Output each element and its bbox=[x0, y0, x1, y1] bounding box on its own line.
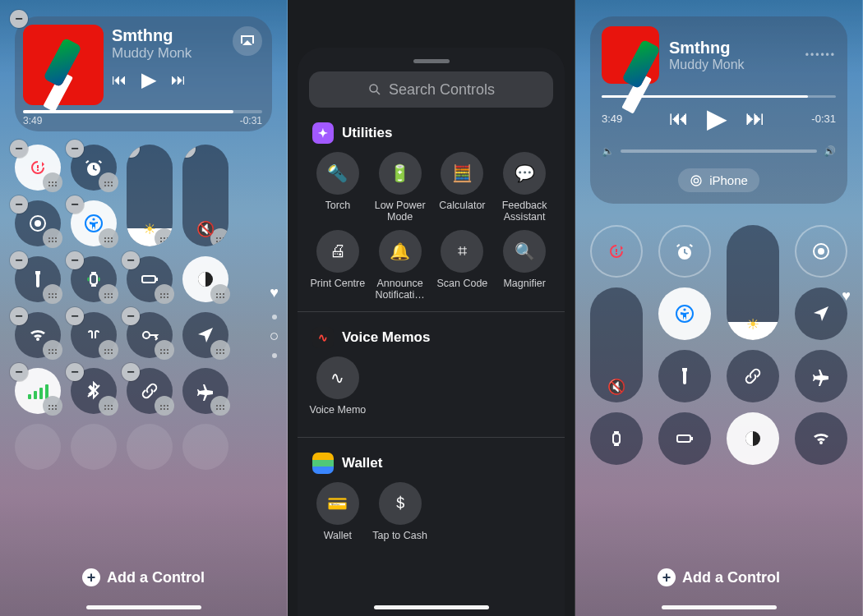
resize-handle-icon[interactable] bbox=[43, 340, 62, 360]
airplane-tile[interactable] bbox=[182, 368, 228, 414]
empty-slot[interactable] bbox=[15, 424, 61, 470]
remove-badge-icon[interactable]: − bbox=[122, 307, 140, 325]
now-playing-card[interactable]: − Smthng Muddy Monk ⏮ ▶ ⏭ bbox=[15, 16, 272, 131]
watch-tile[interactable]: − bbox=[71, 256, 117, 302]
remove-badge-icon[interactable]: − bbox=[10, 363, 28, 381]
resize-handle-icon[interactable] bbox=[155, 228, 173, 246]
dark-mode-tile[interactable] bbox=[182, 256, 228, 302]
volume-slider[interactable]: 🔇 bbox=[590, 287, 643, 402]
resize-handle-icon[interactable] bbox=[210, 396, 230, 416]
brightness-slider[interactable]: ☀ bbox=[727, 225, 779, 340]
resize-handle-icon[interactable] bbox=[99, 396, 118, 416]
gallery-item[interactable]: 🧮Calculator bbox=[434, 152, 491, 223]
accessibility-tile[interactable]: − bbox=[71, 200, 117, 246]
brightness-slider[interactable]: − ☀ bbox=[127, 145, 173, 246]
link-tile[interactable]: − bbox=[127, 368, 173, 414]
scrubber[interactable] bbox=[23, 110, 262, 113]
empty-slot[interactable] bbox=[182, 424, 228, 470]
resize-handle-icon[interactable] bbox=[99, 340, 118, 360]
flashlight-tile[interactable] bbox=[658, 350, 711, 402]
page-indicators[interactable]: ♥ bbox=[270, 284, 279, 358]
remove-badge-icon[interactable]: − bbox=[122, 363, 140, 381]
resize-handle-icon[interactable] bbox=[210, 340, 230, 360]
add-control-button[interactable]: + Add a Control bbox=[575, 568, 862, 586]
remove-badge-icon[interactable]: − bbox=[10, 10, 28, 28]
remove-badge-icon[interactable]: − bbox=[66, 140, 84, 158]
screen-record-tile[interactable]: − bbox=[15, 200, 61, 246]
alarm-tile[interactable]: − bbox=[71, 145, 117, 191]
wifi-tile[interactable] bbox=[795, 412, 847, 465]
resize-handle-icon[interactable] bbox=[99, 228, 118, 248]
volume-bar[interactable]: 🔈 🔊 bbox=[602, 145, 836, 157]
home-indicator[interactable] bbox=[86, 605, 201, 609]
resize-handle-icon[interactable] bbox=[210, 284, 230, 304]
remove-badge-icon[interactable]: − bbox=[10, 195, 28, 214]
resize-handle-icon[interactable] bbox=[155, 284, 174, 304]
location-tile[interactable] bbox=[182, 312, 228, 358]
watch-tile[interactable] bbox=[590, 412, 643, 465]
scrubber[interactable] bbox=[602, 95, 836, 98]
now-playing-expanded[interactable]: Smthng Muddy Monk •••••• 3:49 ⏮ ▶ ⏭ -0:3… bbox=[590, 16, 847, 204]
rotation-lock-tile[interactable]: − bbox=[15, 145, 61, 191]
gallery-item[interactable]: ⌗Scan Code bbox=[434, 230, 491, 301]
remove-badge-icon[interactable]: − bbox=[127, 145, 140, 158]
resize-handle-icon[interactable] bbox=[43, 172, 62, 192]
resize-handle-icon[interactable] bbox=[43, 284, 62, 304]
resize-handle-icon[interactable] bbox=[155, 396, 174, 416]
remove-badge-icon[interactable]: − bbox=[66, 307, 84, 325]
passwords-tile[interactable]: − bbox=[127, 312, 173, 358]
search-input[interactable]: Search Controls bbox=[309, 71, 553, 108]
airpods-tile[interactable]: − bbox=[71, 312, 117, 358]
gallery-item[interactable]: 🔍Magnifier bbox=[496, 230, 553, 301]
accessibility-tile[interactable] bbox=[658, 287, 711, 340]
remove-badge-icon[interactable]: − bbox=[10, 307, 28, 325]
rotation-lock-tile[interactable] bbox=[590, 225, 643, 278]
home-indicator[interactable] bbox=[662, 605, 777, 609]
remove-badge-icon[interactable]: − bbox=[66, 251, 84, 269]
gallery-item[interactable]: 🔔Announce Notificati… bbox=[372, 230, 429, 301]
gallery-item[interactable]: 🔋Low Power Mode bbox=[372, 152, 429, 223]
play-icon[interactable]: ▶ bbox=[141, 68, 156, 91]
airplay-button[interactable] bbox=[233, 26, 262, 56]
gallery-item[interactable]: 🔦Torch bbox=[309, 152, 367, 223]
next-icon[interactable]: ⏭ bbox=[171, 71, 186, 89]
add-control-button[interactable]: + Add a Control bbox=[0, 568, 287, 586]
resize-handle-icon[interactable] bbox=[43, 396, 62, 416]
resize-handle-icon[interactable] bbox=[99, 172, 118, 192]
prev-icon[interactable]: ⏮ bbox=[112, 71, 127, 89]
resize-handle-icon[interactable] bbox=[99, 284, 118, 304]
airplane-tile[interactable] bbox=[795, 350, 847, 402]
bluetooth-tile[interactable]: − bbox=[71, 368, 117, 414]
empty-slot[interactable] bbox=[71, 424, 117, 470]
remove-badge-icon[interactable]: − bbox=[182, 145, 196, 158]
home-indicator[interactable] bbox=[374, 605, 489, 609]
remove-badge-icon[interactable]: − bbox=[122, 251, 140, 269]
screen-record-tile[interactable] bbox=[795, 225, 847, 278]
volume-slider[interactable]: − 🔇 bbox=[182, 145, 228, 246]
remove-badge-icon[interactable]: − bbox=[10, 140, 28, 158]
sheet-grabber[interactable] bbox=[413, 59, 450, 63]
dark-mode-tile[interactable] bbox=[727, 412, 779, 465]
resize-handle-icon[interactable] bbox=[155, 340, 174, 360]
wifi-tile[interactable]: − bbox=[15, 312, 61, 358]
resize-handle-icon[interactable] bbox=[43, 228, 62, 248]
gallery-item[interactable]: ∿Voice Memo bbox=[309, 356, 367, 427]
low-power-tile[interactable]: − bbox=[127, 256, 173, 302]
location-tile[interactable] bbox=[795, 287, 847, 340]
audio-route-button[interactable]: iPhone bbox=[678, 168, 759, 192]
link-tile[interactable] bbox=[727, 350, 779, 402]
gallery-item[interactable]: 💬Feedback Assistant bbox=[496, 152, 553, 223]
empty-slot[interactable] bbox=[127, 424, 173, 470]
gallery-item[interactable]: 💳Wallet bbox=[309, 482, 367, 553]
gallery-item[interactable]: 🖨Print Centre bbox=[309, 230, 367, 301]
flashlight-tile[interactable]: − bbox=[15, 256, 61, 302]
gallery-item[interactable]: ＄Tap to Cash bbox=[372, 482, 429, 553]
alarm-tile[interactable] bbox=[658, 225, 711, 278]
remove-badge-icon[interactable]: − bbox=[66, 195, 84, 214]
prev-icon[interactable]: ⏮ bbox=[669, 107, 689, 130]
cellular-tile[interactable]: − bbox=[15, 368, 61, 414]
low-power-tile[interactable] bbox=[658, 412, 711, 465]
remove-badge-icon[interactable]: − bbox=[10, 251, 28, 269]
play-icon[interactable]: ▶ bbox=[707, 103, 727, 134]
remove-badge-icon[interactable]: − bbox=[66, 363, 84, 381]
